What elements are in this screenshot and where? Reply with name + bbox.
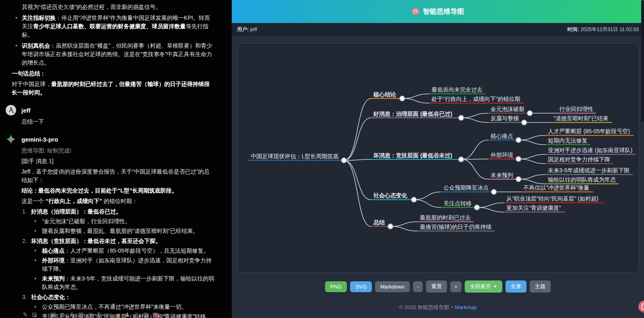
sub-bullet-item: 未来预判：未来3-5年，竞技成绩可能进一步刷新下限，输给以往的弱队将成为常态。: [42, 274, 215, 291]
mindmap-node-toggle[interactable]: [411, 197, 417, 202]
trash-icon[interactable]: ⊟: [31, 312, 38, 318]
sub-bullet-item: 外部环境：亚洲对手（如东南亚球队）进步迅速，国足相对竞争力持续下降。: [42, 256, 215, 273]
mindmap-node-toggle[interactable]: [491, 189, 497, 195]
theme-button[interactable]: 主题: [530, 280, 551, 293]
mindmap-panel: 智能思维导图 用户: jeff 时间: 2025年12月31日 11:02:33…: [232, 0, 644, 318]
mindmap-toolbar: PNGSVGMarkdown-重置+全部展开▼全屏主题: [232, 277, 644, 296]
mindmap-node-toggle[interactable]: [459, 157, 464, 162]
mindmap-node-label: 短期内无法修复: [548, 137, 587, 144]
home-icon[interactable]: ⌂: [106, 312, 112, 318]
message-paragraph: [助手 消息 1]: [21, 157, 215, 165]
app-title: 智能思维导图: [423, 7, 464, 16]
expand-all-button[interactable]: 全部展开▼: [465, 280, 502, 293]
message-paragraph: 结论：最低谷尚未完全过去，目前处于“L型”长周期筑底阶段。: [21, 186, 215, 195]
mindmap-node-toggle[interactable]: [459, 115, 464, 121]
mindmap-node-label: 未来3-5年成绩或进一步刷新下限: [548, 167, 629, 174]
clock-icon[interactable]: ◷: [59, 312, 65, 318]
bullet-list: 其视为“偿还历史欠债”的必然过程，而非新的崩盘信号。关注指标切换：停止用“冲进世…: [12, 3, 215, 67]
mindmap-node-label: 关注点转移: [443, 200, 472, 207]
chat-message-assistant-tail: 其视为“偿还历史欠债”的必然过程，而非新的崩盘信号。关注指标切换：停止用“冲进世…: [12, 3, 215, 97]
user-icon[interactable]: ♟: [124, 312, 130, 318]
mindmap-node-label: 最痛苦(输球)的日子仍将持续: [420, 224, 491, 230]
mindmap-node-toggle[interactable]: [516, 177, 521, 182]
mindmap-node-label: 不再仅以“冲进世界杯”衡量: [523, 184, 589, 191]
save-icon[interactable]: ▤: [78, 312, 84, 318]
mindmap-node-toggle[interactable]: [474, 205, 480, 210]
mindmap-node-label: 未来预判: [491, 172, 513, 178]
app-header: 智能思维导图: [232, 0, 644, 23]
numbered-item: 1.好消息（治理层面）：最低谷已过。“金元泡沫”已破裂，行业回归理性。随着反腐和…: [24, 207, 215, 235]
refresh-icon[interactable]: ↻: [96, 312, 103, 318]
message-paragraph: 总结一下: [21, 117, 215, 126]
user-label: 用户:: [237, 27, 249, 32]
numbered-item: 2.坏消息（竞技层面）：最低谷未过，甚至还会下探。核心痛点：人才严重断层（85-…: [24, 237, 215, 291]
mindmap-node-toggle[interactable]: [388, 224, 393, 229]
sub-bullet-item: 随着反腐和整顿，最混乱、最肮脏的“道德至暗时刻”已经结束。: [42, 227, 215, 235]
apps-icon[interactable]: ▩: [152, 312, 158, 318]
grid-icon[interactable]: ⊞: [143, 312, 149, 318]
mindmap-node-label: “道德至暗时刻”已结束: [554, 115, 608, 121]
message-author: gemini-3-pro: [21, 135, 58, 144]
mindmap-container: 中国足球现状评估：L型长周期筑底核心结论最低谷尚未完全过去处于“行政向上，成绩向…: [237, 43, 639, 273]
jeff-avatar: [6, 105, 16, 115]
timestamp: 2025年12月31日 11:02:33: [581, 27, 639, 32]
mindmap-node-label: 国足相对竞争力持续下降: [548, 156, 610, 163]
mindmap-node-label: 最肮脏的时刻已过去: [420, 214, 471, 221]
plus-icon[interactable]: ＋: [162, 312, 168, 318]
zoom-in-button[interactable]: +: [450, 281, 461, 292]
footer-separator: •: [451, 304, 453, 310]
bullet-item: 关注指标切换：停止用“冲进世界杯”作为衡量中国足球发展的唯一KPI。转而关注青少…: [12, 14, 215, 39]
time-label: 时间:: [567, 27, 579, 32]
mindmap-node-label: 亚洲对手进步迅速 (如东南亚球队): [548, 147, 632, 153]
chat-panel[interactable]: 其视为“偿还历史欠债”的必然过程，而非新的崩盘信号。关注指标切换：停止用“冲进世…: [0, 0, 232, 318]
chevron-down-icon: ▼: [493, 285, 497, 289]
mindmap-node-toggle[interactable]: [516, 138, 521, 143]
message-paragraph: 一句话总结：: [12, 69, 215, 78]
zoom-out-button[interactable]: -: [413, 281, 423, 292]
mindmap-node-label: 总结: [373, 219, 385, 226]
mindmap-node-label: 公众预期降至冰点: [443, 184, 489, 191]
markmap-link[interactable]: Markmap: [455, 304, 477, 310]
mindmap-node-toggle[interactable]: [522, 120, 527, 125]
record-icon[interactable]: ◎: [87, 312, 93, 318]
chat-message-list: 其视为“偿还历史欠债”的必然过程，而非新的崩盘信号。关注指标切换：停止用“冲进世…: [0, 0, 232, 318]
mindmap-node-label: 好消息：治理层面 (最低谷已过): [373, 111, 452, 117]
scrollbar-thumb[interactable]: [641, 0, 644, 122]
message-paragraph: Jeff，基于您提供的这份深度整合报告，关于“中国足球最低谷是否已过”的总结如下…: [21, 167, 215, 184]
bullet-item: 其视为“偿还历史欠债”的必然过程，而非新的崩盘信号。: [12, 3, 215, 11]
folder-icon[interactable]: ▰: [115, 312, 121, 318]
speaker-icon[interactable]: ◅: [41, 312, 47, 318]
mindmap-node-label: 输给以往的弱队将成为常态: [548, 176, 616, 183]
mindmap-node-toggle[interactable]: [527, 111, 533, 116]
export-png-button[interactable]: PNG: [325, 281, 347, 292]
numbered-list: 1.好消息（治理层面）：最低谷已过。“金元泡沫”已破裂，行业回归理性。随着反腐和…: [24, 207, 215, 318]
export-svg-button[interactable]: SVG: [350, 281, 371, 292]
export-markdown-button[interactable]: Markdown: [375, 281, 410, 292]
user-name: jeff: [250, 27, 257, 32]
mindmap-node-toggle[interactable]: [516, 157, 521, 162]
info-bar: 用户: jeff 时间: 2025年12月31日 11:02:33: [232, 23, 644, 37]
mindmap-node-label: 坏消息：竞技层面 (最低谷未过): [373, 152, 452, 159]
mindmap-canvas[interactable]: 中国足球现状评估：L型长周期筑底核心结论最低谷尚未完全过去处于“行政向上，成绩向…: [238, 44, 639, 273]
copyright-text: © 2025 智能思维导图: [399, 304, 449, 311]
message-header: jeff: [6, 105, 215, 115]
sub-bullet-item: “金元泡沫”已破裂，行业回归理性。: [42, 217, 215, 226]
mindmap-node-toggle[interactable]: [341, 158, 346, 163]
mindmap-node-label: 核心痛点: [490, 133, 513, 139]
composer-icon-row: ✎⊟◅▣◷⚓▤◎↻⌂▰♟▯⊞▩＋: [22, 312, 168, 318]
message-paragraph: 对于中国足球，最肮脏的时刻已经过去了，但最痛苦（输球）的日子还得持续很长一段时间…: [12, 80, 215, 97]
bullet-item: 识别真机会：虽然职业层面在“横盘”，但民间赛事（村超、草根联赛）和青少年培训市场…: [12, 42, 215, 67]
message-paragraph: 这是一个 “行政向上，成绩向下” 的错位时期：: [21, 197, 215, 205]
image-icon[interactable]: ▣: [50, 312, 56, 318]
pencil-icon[interactable]: ✎: [22, 312, 28, 318]
mindmap-node-toggle[interactable]: [400, 96, 405, 101]
message-paragraph: 思维导图: 绘制完成!: [21, 146, 215, 155]
fullscreen-button[interactable]: 全屏: [506, 280, 527, 293]
mindmap-node-label: 最低谷尚未完全过去: [431, 86, 482, 93]
file-icon[interactable]: ▯: [134, 312, 140, 318]
brain-icon: [412, 8, 420, 15]
reset-button[interactable]: 重置: [426, 280, 447, 293]
gemini-avatar: [6, 134, 16, 144]
sub-bullet-item: 公众预期已降至冰点，不再通过“冲进世界杯”来衡量一切。: [42, 303, 215, 311]
anchor-icon[interactable]: ⚓: [69, 312, 75, 318]
